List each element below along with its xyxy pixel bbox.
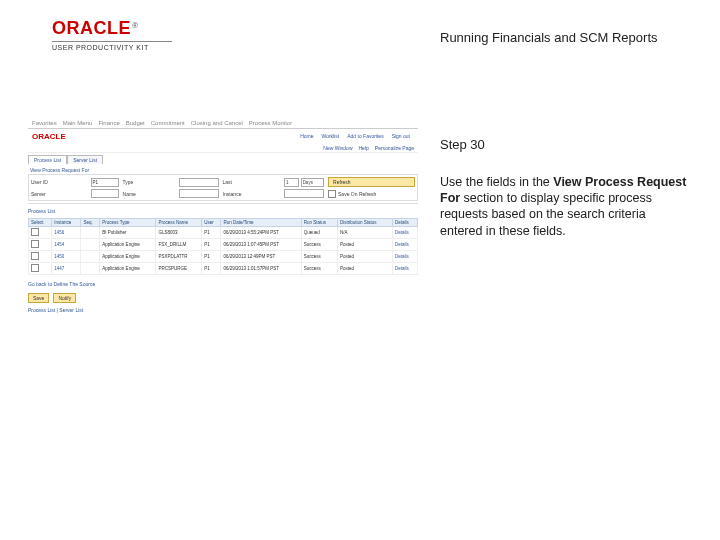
table-cell: Application Engine bbox=[100, 239, 156, 251]
table-cell: Success bbox=[301, 239, 337, 251]
menu-link: Sign out bbox=[392, 133, 410, 139]
sub-link: Personalize Page bbox=[375, 145, 414, 151]
footer-buttons: Save Notify bbox=[28, 293, 418, 303]
doc-title: Running Financials and SCM Reports bbox=[440, 30, 690, 47]
crumb: Favorites bbox=[32, 120, 57, 126]
table-cell: 06/29/2013 1:07:45PM PST bbox=[221, 239, 301, 251]
input-lastunit: Days bbox=[301, 178, 324, 187]
input-lastn: 1 bbox=[284, 178, 299, 187]
panel-title: View Process Request For bbox=[30, 167, 418, 173]
table-cell: PSXPDLATTR bbox=[156, 251, 202, 263]
breadcrumb-bar: Favorites Main Menu Finance Budget Commi… bbox=[28, 118, 418, 129]
right-column: Running Financials and SCM Reports Step … bbox=[440, 30, 690, 239]
table-cell: Application Engine bbox=[100, 251, 156, 263]
crumb: Process Monitor bbox=[249, 120, 292, 126]
lbl-name: Name bbox=[123, 191, 175, 197]
lbl-server: Server bbox=[31, 191, 87, 197]
refresh-button: Refresh bbox=[328, 177, 415, 187]
th: Process Name bbox=[156, 219, 202, 227]
checkbox-icon bbox=[31, 228, 39, 236]
input-name bbox=[179, 189, 219, 198]
table-cell: Queued bbox=[301, 227, 337, 239]
logo-subtitle: USER PRODUCTIVITY KIT bbox=[52, 41, 172, 51]
table-row: 1456BI PublisherGLS8003P106/29/2013 4:55… bbox=[29, 227, 418, 239]
table-cell: P1 bbox=[202, 263, 221, 275]
table-cell: Success bbox=[301, 263, 337, 275]
th: Run Date/Time bbox=[221, 219, 301, 227]
table-cell bbox=[29, 263, 52, 275]
input-server bbox=[91, 189, 119, 198]
notify-button: Notify bbox=[53, 293, 76, 303]
checkbox-icon bbox=[31, 240, 39, 248]
instruction-text: Use the fields in the View Process Reque… bbox=[440, 174, 690, 239]
table-row: 1447Application EnginePRCSPURGEP106/29/2… bbox=[29, 263, 418, 275]
sub-link: Help bbox=[359, 145, 369, 151]
table-cell: GLS8003 bbox=[156, 227, 202, 239]
table-cell bbox=[81, 239, 100, 251]
footer-tabs: Process List | Server List bbox=[28, 307, 418, 313]
instr-post: section to display specific process requ… bbox=[440, 191, 652, 238]
table-cell: Posted bbox=[337, 251, 392, 263]
table-row: 1454Application EngineFSX_DRILLMP106/29/… bbox=[29, 239, 418, 251]
th: Process Type bbox=[100, 219, 156, 227]
table-cell: FSX_DRILLM bbox=[156, 239, 202, 251]
table-cell bbox=[29, 227, 52, 239]
table-cell: P1 bbox=[202, 251, 221, 263]
crumb: Finance bbox=[98, 120, 119, 126]
menu-link: Worklist bbox=[322, 133, 340, 139]
process-list-title: Process List bbox=[28, 208, 418, 214]
table-cell: BI Publisher bbox=[100, 227, 156, 239]
table-cell: 06/29/2013 12:49PM PST bbox=[221, 251, 301, 263]
lbl-last: Last bbox=[223, 179, 281, 185]
logo-tm: ® bbox=[132, 21, 138, 30]
table-cell bbox=[29, 251, 52, 263]
process-table: Select Instance Seq. Process Type Proces… bbox=[28, 218, 418, 275]
table-cell: Posted bbox=[337, 239, 392, 251]
oracle-logo: ORACLE® USER PRODUCTIVITY KIT bbox=[52, 18, 172, 51]
save-on-refresh: Save On Refresh bbox=[328, 190, 415, 198]
input-instance bbox=[284, 189, 324, 198]
table-cell: Details bbox=[393, 251, 418, 263]
crumb: Closing and Cancel bbox=[191, 120, 243, 126]
filter-form: User ID P1 Type Last 1 Days Refresh Serv… bbox=[28, 174, 418, 201]
table-cell: Details bbox=[393, 227, 418, 239]
menu-link: Add to Favorites bbox=[347, 133, 383, 139]
table-cell: N/A bbox=[337, 227, 392, 239]
table-cell bbox=[29, 239, 52, 251]
crumb: Budget bbox=[126, 120, 145, 126]
table-cell bbox=[81, 227, 100, 239]
table-cell: Details bbox=[393, 263, 418, 275]
crumb: Commitment bbox=[151, 120, 185, 126]
table-cell: Success bbox=[301, 251, 337, 263]
lbl-type: Type bbox=[123, 179, 175, 185]
shot-oracle-logo: ORACLE bbox=[32, 132, 66, 141]
logo-brand: ORACLE bbox=[52, 18, 131, 38]
checkbox-icon bbox=[31, 264, 39, 272]
sub-link: New Window bbox=[323, 145, 352, 151]
table-cell bbox=[81, 263, 100, 275]
th: Details bbox=[393, 219, 418, 227]
table-cell: 1447 bbox=[52, 263, 81, 275]
instr-pre: Use the fields in the bbox=[440, 175, 553, 189]
tab-process-list: Process List bbox=[28, 155, 67, 164]
table-cell: Details bbox=[393, 239, 418, 251]
table-cell: 06/29/2013 4:55:24PM PST bbox=[221, 227, 301, 239]
go-back-link: Go back to Define The Source bbox=[28, 281, 418, 287]
table-cell: 1450 bbox=[52, 251, 81, 263]
table-cell: 1456 bbox=[52, 227, 81, 239]
table-cell bbox=[81, 251, 100, 263]
save-button: Save bbox=[28, 293, 49, 303]
tabs: Process List Server List bbox=[28, 155, 418, 164]
lbl-instance: Instance bbox=[223, 191, 281, 197]
th: User bbox=[202, 219, 221, 227]
table-cell: Posted bbox=[337, 263, 392, 275]
sub-links: New Window Help Personalize Page bbox=[28, 143, 418, 153]
menu-link: Home bbox=[300, 133, 313, 139]
input-type bbox=[179, 178, 219, 187]
th: Run Status bbox=[301, 219, 337, 227]
table-cell: 06/29/2013 1:01:57PM PST bbox=[221, 263, 301, 275]
tab-server-list: Server List bbox=[67, 155, 103, 164]
th: Distribution Status bbox=[337, 219, 392, 227]
table-cell: Application Engine bbox=[100, 263, 156, 275]
table-cell: PRCSPURGE bbox=[156, 263, 202, 275]
